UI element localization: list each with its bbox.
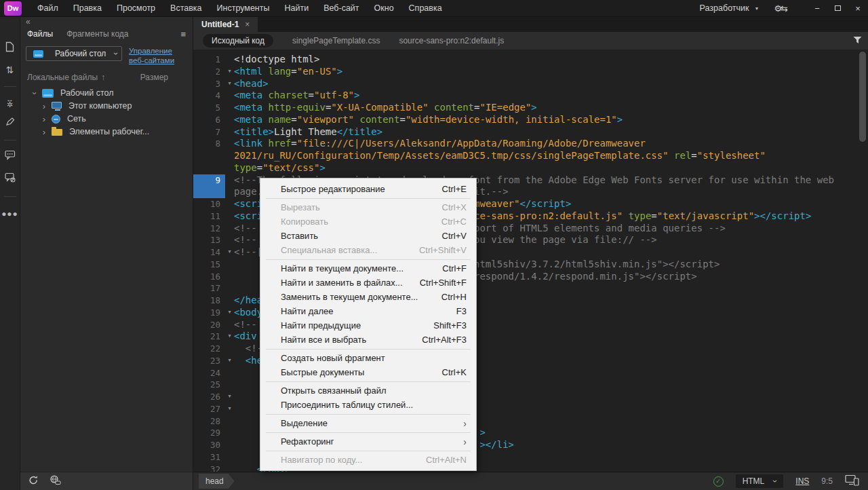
insert-mode-indicator[interactable]: INS [795, 476, 809, 486]
tab-code-snippets[interactable]: Фрагменты кода [66, 29, 128, 39]
tab-close-icon[interactable]: × [245, 20, 250, 29]
file-transfer-icon[interactable]: ⇅ [6, 64, 14, 75]
restore-button[interactable] [827, 0, 848, 16]
related-file[interactable]: source-sans-pro:n2:default.js [399, 36, 504, 45]
menubar-item[interactable]: Просмотр [109, 0, 163, 16]
comments-disabled-icon[interactable] [5, 172, 16, 185]
code-row[interactable]: 4<meta charset="utf-8"> [193, 90, 868, 102]
column-size[interactable]: Размер [140, 73, 168, 82]
code-fold-spacer [225, 102, 234, 114]
find-replace-icon[interactable]: ↔✲ [6, 96, 14, 107]
code-row[interactable]: 2▼<html lang="en-US"> [193, 66, 868, 78]
code-row[interactable]: 1<!doctype html> [193, 54, 868, 66]
minimize-button[interactable]: − [807, 0, 827, 16]
related-file[interactable]: Исходный код [203, 34, 273, 48]
menubar-item[interactable]: Инструменты [210, 0, 277, 16]
context-menu-item[interactable]: Быстрое редактированиеCtrl+E [260, 182, 476, 196]
code-row[interactable]: 7<title>Light Theme</title> [193, 126, 868, 138]
device-preview-icon[interactable] [845, 474, 860, 488]
code-fold-icon[interactable]: ▼ [225, 307, 234, 319]
line-number: 27 [193, 403, 225, 415]
context-menu-item[interactable]: КопироватьCtrl+C [260, 214, 476, 229]
code-line-text: <link href="file:///C|/Users/Aleksandr/A… [234, 138, 868, 150]
new-file-icon[interactable] [5, 41, 14, 55]
tree-item[interactable]: ›Рабочий стол [20, 87, 193, 100]
context-menu-item[interactable]: Найти далееF3 [260, 304, 476, 318]
doctype-selector[interactable]: HTML › [736, 474, 784, 488]
submenu-arrow-icon: › [463, 418, 467, 429]
context-menu-item[interactable]: Навигатор по коду...Ctrl+Alt+N [260, 453, 476, 467]
line-number: 17 [193, 282, 225, 295]
code-row[interactable]: type="text/css"> [193, 162, 868, 174]
code-row[interactable]: 2021/ru_RU/Configuration/Temp/Assets/eam… [193, 150, 868, 162]
code-fold-icon[interactable]: ▼ [225, 355, 234, 367]
code-fold-spacer [225, 451, 234, 464]
context-menu-item[interactable]: Выделение› [260, 416, 476, 430]
left-toolbar: ⇅ ↔✲ ●●● [0, 17, 20, 490]
code-fold-icon[interactable]: ▼ [225, 66, 234, 78]
menu-separator [266, 198, 471, 199]
tree-item[interactable]: ›Элементы рабочег... [20, 126, 193, 138]
workspace-gear-icon[interactable]: ⚙⇆ [774, 3, 787, 14]
context-menu-item[interactable]: Найти предыдущиеShift+F3 [260, 318, 476, 333]
close-button[interactable]: × [848, 0, 868, 16]
column-local-files[interactable]: Локальные файлы [27, 73, 98, 82]
menubar-item[interactable]: Справка [401, 0, 450, 16]
context-menu-item[interactable]: Найти в текущем документе...Ctrl+F [260, 261, 476, 276]
collapse-panel-icon[interactable]: « [20, 17, 193, 26]
code-fold-icon[interactable]: ▼ [225, 391, 234, 403]
code-fold-icon[interactable]: ▼ [225, 331, 234, 343]
workspace-switcher[interactable]: Разработчик ▼ [700, 3, 760, 13]
context-menu-item[interactable]: Найти все и выбратьCtrl+Alt+F3 [260, 333, 476, 347]
site-selector[interactable]: Рабочий стол › [26, 46, 122, 61]
code-fold-icon[interactable]: ▼ [225, 78, 234, 90]
chevron-collapsed-icon[interactable]: › [39, 127, 49, 137]
menubar-item[interactable]: Окно [367, 0, 401, 16]
panel-menu-icon[interactable]: ≡ [180, 29, 186, 39]
context-menu-item[interactable]: ВырезатьCtrl+X [260, 200, 476, 214]
manage-sites-link[interactable]: Управление веб-сайтами [129, 46, 187, 66]
context-menu-item[interactable]: ВставитьCtrl+V [260, 229, 476, 243]
tree-item[interactable]: ›Сеть [20, 113, 193, 126]
code-line-text: <html lang="en-US"> [234, 66, 868, 78]
context-menu-item[interactable]: Открыть связанный файл [260, 383, 476, 398]
code-fold-icon[interactable]: ▼ [225, 246, 234, 259]
connect-server-icon[interactable] [50, 475, 61, 488]
filter-icon[interactable] [853, 36, 862, 46]
refresh-icon[interactable] [28, 475, 39, 488]
document-tab[interactable]: Untitled-1 × [193, 17, 258, 32]
more-tools-icon[interactable]: ●●● [1, 209, 18, 219]
menubar-item[interactable]: Веб-сайт [316, 0, 366, 16]
code-row[interactable]: 5<meta http-equiv="X-UA-Compatible" cont… [193, 102, 868, 114]
chevron-collapsed-icon[interactable]: › [39, 114, 49, 124]
context-menu-item-label: Вырезать [281, 202, 320, 212]
context-menu-item[interactable]: Специальная вставка...Ctrl+Shift+V [260, 243, 476, 257]
code-row[interactable]: 3▼<head> [193, 78, 868, 90]
context-menu-item[interactable]: Присоединить таблицу стилей... [260, 398, 476, 412]
context-menu-item[interactable]: Найти и заменить в файлах...Ctrl+Shift+F [260, 276, 476, 290]
menubar-item[interactable]: Найти [277, 0, 316, 16]
edit-code-icon[interactable] [5, 117, 15, 129]
menubar-item[interactable]: Файл [30, 0, 66, 16]
chevron-expanded-icon[interactable]: › [30, 88, 40, 98]
chevron-down-icon: ▼ [755, 6, 760, 11]
code-fold-icon[interactable]: ▼ [225, 403, 234, 415]
context-menu-item[interactable]: Создать новый фрагмент [260, 351, 476, 365]
context-menu-item-label: Копировать [281, 216, 328, 227]
context-menu-item[interactable]: Заменить в текущем документе...Ctrl+H [260, 290, 476, 304]
tag-selector[interactable]: head [199, 474, 235, 489]
context-menu-item[interactable]: Быстрые документыCtrl+K [260, 365, 476, 379]
menubar-item[interactable]: Вставка [163, 0, 209, 16]
menubar-item[interactable]: Правка [66, 0, 109, 16]
chevron-collapsed-icon[interactable]: › [39, 101, 49, 111]
code-row[interactable]: 6<meta name="viewport" content="width=de… [193, 114, 868, 126]
related-file[interactable]: singlePageTemplate.css [292, 36, 380, 45]
comments-icon[interactable] [5, 150, 16, 163]
tab-files[interactable]: Файлы [27, 29, 53, 39]
vertical-scrollbar[interactable] [859, 52, 866, 142]
tree-item[interactable]: ›Этот компьютер [20, 100, 193, 113]
context-menu-item[interactable]: Рефакторинг› [260, 434, 476, 449]
line-number: 1 [193, 54, 225, 66]
restore-icon [835, 5, 841, 11]
code-row[interactable]: 8<link href="file:///C|/Users/Aleksandr/… [193, 138, 868, 150]
